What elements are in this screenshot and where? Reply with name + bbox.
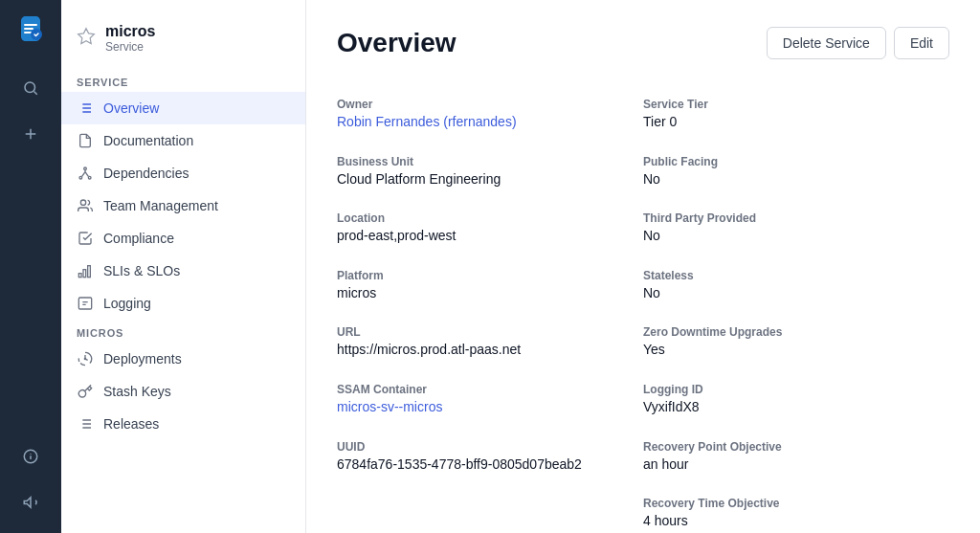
- sidebar-stash-keys-label: Stash Keys: [103, 384, 171, 399]
- sidebar-item-slis-slos[interactable]: SLIs & SLOs: [61, 255, 305, 287]
- main-content: Overview Delete Service Edit Owner Robin…: [306, 0, 980, 533]
- uuid-field: UUID 6784fa76-1535-4778-bff9-0805d07beab…: [337, 429, 643, 486]
- delete-service-button[interactable]: Delete Service: [767, 27, 886, 59]
- add-icon-button[interactable]: [11, 115, 50, 153]
- recovery-point-objective-label: Recovery Point Objective: [643, 440, 949, 454]
- sidebar-section-micros-label: MICROS: [61, 320, 305, 343]
- zero-downtime-upgrades-field: Zero Downtime Upgrades Yes: [643, 314, 949, 371]
- logging-id-field: Logging ID VyxifIdX8: [643, 371, 949, 429]
- third-party-provided-field: Third Party Provided No: [643, 200, 949, 257]
- url-value: https://micros.prod.atl-paas.net: [337, 341, 643, 360]
- sidebar-item-releases[interactable]: Releases: [61, 408, 305, 440]
- service-subtitle: Service: [105, 40, 155, 54]
- sidebar-logging-label: Logging: [103, 296, 151, 311]
- location-value: prod-east,prod-west: [337, 227, 643, 246]
- sidebar-item-compliance[interactable]: Compliance: [61, 222, 305, 255]
- sidebar-slis-slos-label: SLIs & SLOs: [103, 263, 180, 278]
- sidebar-item-logging[interactable]: Logging: [61, 287, 305, 320]
- platform-label: Platform: [337, 269, 643, 282]
- recovery-point-objective-value: an hour: [643, 455, 949, 475]
- svg-point-11: [84, 358, 85, 359]
- sidebar-item-team-management[interactable]: Team Management: [61, 189, 305, 222]
- third-party-provided-value: No: [643, 227, 949, 246]
- stateless-field: Stateless No: [643, 257, 949, 315]
- sidebar-service-info: micros Service: [105, 23, 155, 54]
- recovery-point-objective-field: Recovery Point Objective an hour: [643, 429, 949, 486]
- uuid-value: 6784fa76-1535-4778-bff9-0805d07beab2: [337, 455, 643, 475]
- chart-icon: [77, 263, 94, 278]
- ssam-container-label: SSAM Container: [337, 383, 643, 396]
- stateless-value: No: [643, 284, 949, 303]
- main-header: Overview Delete Service Edit: [337, 27, 949, 59]
- compliance-icon: [77, 231, 94, 246]
- svg-point-3: [84, 167, 87, 170]
- deps-icon: [77, 166, 94, 181]
- zero-downtime-upgrades-value: Yes: [643, 341, 949, 360]
- owner-value[interactable]: Robin Fernandes (rfernandes): [337, 113, 643, 132]
- sidebar-item-documentation[interactable]: Documentation: [61, 124, 305, 157]
- uuid-label: UUID: [337, 440, 643, 454]
- ssam-container-value[interactable]: micros-sv--micros: [337, 398, 643, 417]
- sidebar-team-management-label: Team Management: [103, 198, 218, 213]
- sidebar-section-service-label: SERVICE: [61, 69, 305, 92]
- sidebar-item-deployments[interactable]: Deployments: [61, 343, 305, 375]
- service-tier-field: Service Tier Tier 0: [643, 86, 949, 144]
- owner-field: Owner Robin Fernandes (rfernandes): [337, 86, 643, 144]
- sidebar-service-header[interactable]: micros Service: [61, 15, 305, 69]
- sidebar-overview-label: Overview: [103, 100, 159, 116]
- star-icon: [77, 27, 96, 51]
- edit-button[interactable]: Edit: [894, 27, 949, 59]
- svg-rect-8: [83, 270, 86, 278]
- business-unit-label: Business Unit: [337, 155, 643, 168]
- logging-id-value: VyxifIdX8: [643, 398, 949, 417]
- sidebar-deployments-label: Deployments: [103, 351, 182, 366]
- public-facing-label: Public Facing: [643, 155, 949, 168]
- details-right-column: Service Tier Tier 0 Public Facing No Thi…: [643, 86, 949, 533]
- business-unit-value: Cloud Platform Engineering: [337, 170, 643, 189]
- business-unit-field: Business Unit Cloud Platform Engineering: [337, 144, 643, 201]
- icon-bar-bottom: [11, 437, 50, 522]
- svg-point-4: [79, 176, 82, 179]
- doc-icon: [77, 133, 94, 148]
- info-icon-button[interactable]: [11, 437, 50, 476]
- sidebar-releases-label: Releases: [103, 416, 159, 432]
- third-party-provided-label: Third Party Provided: [643, 211, 949, 225]
- recovery-time-objective-value: 4 hours: [643, 512, 949, 531]
- deploy-icon: [77, 351, 94, 366]
- details-left-column: Owner Robin Fernandes (rfernandes) Busin…: [337, 86, 643, 533]
- svg-point-6: [80, 200, 85, 205]
- public-facing-field: Public Facing No: [643, 144, 949, 201]
- owner-label: Owner: [337, 98, 643, 111]
- recovery-time-objective-field: Recovery Time Objective 4 hours: [643, 485, 949, 533]
- public-facing-value: No: [643, 170, 949, 189]
- platform-field: Platform micros: [337, 257, 643, 315]
- search-icon-button[interactable]: [11, 69, 50, 107]
- svg-point-5: [88, 176, 91, 179]
- ssam-container-field: SSAM Container micros-sv--micros: [337, 371, 643, 429]
- sidebar-documentation-label: Documentation: [103, 133, 193, 148]
- recovery-time-objective-label: Recovery Time Objective: [643, 497, 949, 510]
- main-actions: Delete Service Edit: [767, 27, 949, 59]
- url-field: URL https://micros.prod.atl-paas.net: [337, 314, 643, 371]
- location-field: Location prod-east,prod-west: [337, 200, 643, 257]
- platform-value: micros: [337, 284, 643, 303]
- sidebar-item-overview[interactable]: Overview: [61, 92, 305, 124]
- sidebar-item-dependencies[interactable]: Dependencies: [61, 157, 305, 189]
- service-name: micros: [105, 23, 155, 40]
- sidebar-compliance-label: Compliance: [103, 231, 174, 246]
- key-icon: [77, 384, 94, 399]
- page-title: Overview: [337, 28, 457, 58]
- app-logo[interactable]: [13, 11, 48, 46]
- team-icon: [77, 198, 94, 213]
- svg-rect-7: [78, 274, 81, 278]
- sidebar: micros Service SERVICE Overview Document…: [61, 0, 306, 533]
- logging-id-label: Logging ID: [643, 383, 949, 396]
- icon-bar: [0, 0, 61, 533]
- location-label: Location: [337, 211, 643, 225]
- megaphone-icon-button[interactable]: [11, 483, 50, 522]
- svg-point-1: [25, 82, 35, 93]
- service-tier-value: Tier 0: [643, 113, 949, 132]
- sidebar-item-stash-keys[interactable]: Stash Keys: [61, 375, 305, 408]
- releases-icon: [77, 416, 94, 432]
- details-grid: Owner Robin Fernandes (rfernandes) Busin…: [337, 86, 949, 533]
